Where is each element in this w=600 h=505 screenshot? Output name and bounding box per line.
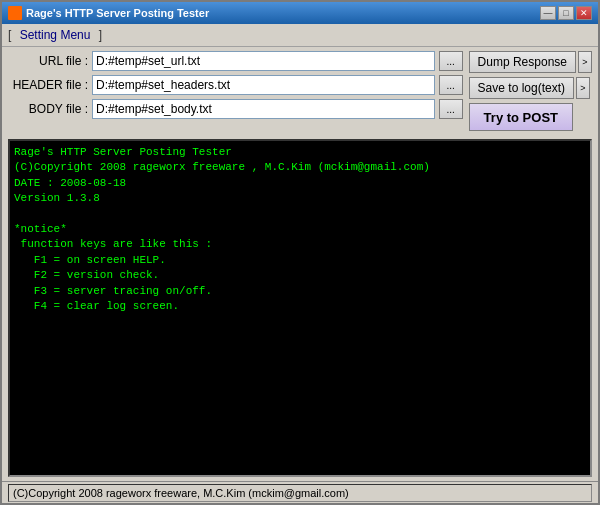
header-input[interactable] [92, 75, 435, 95]
url-row: URL file : ... [8, 51, 463, 71]
fields-column: URL file : ... HEADER file : ... BODY fi… [8, 51, 463, 119]
dump-response-button[interactable]: Dump Response [469, 51, 576, 73]
minimize-button[interactable]: — [540, 6, 556, 20]
body-browse-button[interactable]: ... [439, 99, 463, 119]
status-bar: (C)Copyright 2008 rageworx freeware, M.C… [2, 481, 598, 503]
body-label: BODY file : [8, 102, 88, 116]
top-form-area: URL file : ... HEADER file : ... BODY fi… [2, 47, 598, 135]
try-post-row: Try to POST [469, 103, 592, 131]
title-buttons: — □ ✕ [540, 6, 592, 20]
body-input[interactable] [92, 99, 435, 119]
menu-bar: [ Setting Menu ] [2, 24, 598, 47]
dump-response-row: Dump Response > [469, 51, 592, 73]
save-log-button[interactable]: Save to log(text) [469, 77, 574, 99]
save-log-row: Save to log(text) > [469, 77, 592, 99]
header-browse-button[interactable]: ... [439, 75, 463, 95]
status-text: (C)Copyright 2008 rageworx freeware, M.C… [13, 487, 349, 499]
buttons-column: Dump Response > Save to log(text) > Try … [469, 51, 592, 131]
bracket-close: ] [99, 28, 102, 42]
header-row: HEADER file : ... [8, 75, 463, 95]
body-row: BODY file : ... [8, 99, 463, 119]
url-label: URL file : [8, 54, 88, 68]
log-display: Rage's HTTP Server Posting Tester (C)Cop… [8, 139, 592, 477]
log-area-wrapper: Rage's HTTP Server Posting Tester (C)Cop… [2, 135, 598, 481]
dump-response-arrow-button[interactable]: > [578, 51, 592, 73]
url-browse-button[interactable]: ... [439, 51, 463, 71]
header-label: HEADER file : [8, 78, 88, 92]
url-input[interactable] [92, 51, 435, 71]
title-bar: Rage's HTTP Server Posting Tester — □ ✕ [2, 2, 598, 24]
title-bar-text: Rage's HTTP Server Posting Tester [8, 6, 209, 20]
setting-menu-item[interactable]: Setting Menu [15, 26, 96, 44]
try-to-post-button[interactable]: Try to POST [469, 103, 573, 131]
close-button[interactable]: ✕ [576, 6, 592, 20]
status-bar-inner: (C)Copyright 2008 rageworx freeware, M.C… [8, 484, 592, 502]
bracket-open: [ [8, 28, 11, 42]
maximize-button[interactable]: □ [558, 6, 574, 20]
app-icon [8, 6, 22, 20]
main-window: Rage's HTTP Server Posting Tester — □ ✕ … [0, 0, 600, 505]
window-title: Rage's HTTP Server Posting Tester [26, 7, 209, 19]
save-log-arrow-button[interactable]: > [576, 77, 590, 99]
